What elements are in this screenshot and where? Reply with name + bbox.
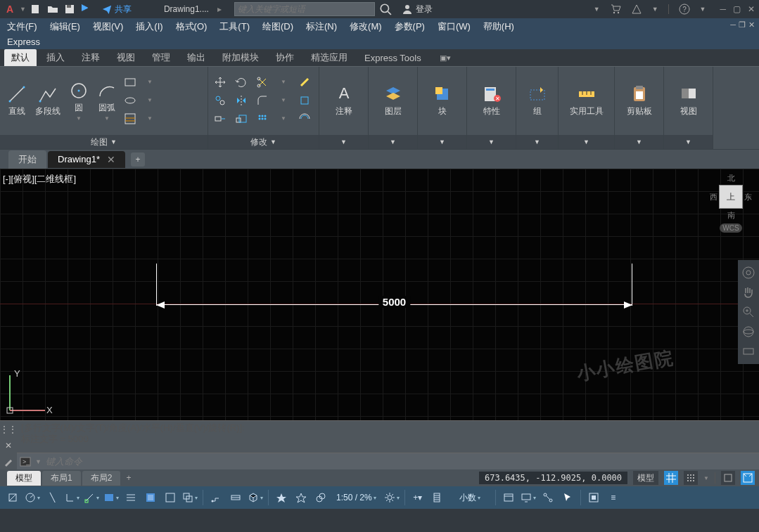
tab-start[interactable]: 开始 [8, 150, 46, 169]
login-drop-icon[interactable]: ▼ [594, 6, 600, 13]
trim-drop[interactable]: ▼ [276, 74, 291, 90]
panel-props[interactable]: ✕特性 ▼ [467, 67, 516, 149]
array-drop[interactable]: ▼ [276, 111, 291, 126]
rotate-icon[interactable] [234, 74, 249, 90]
sb-3d-icon[interactable] [247, 490, 264, 505]
autodesk-icon[interactable] [631, 4, 642, 15]
doc-close-icon[interactable]: ✕ [748, 20, 755, 30]
cart-icon[interactable] [610, 4, 621, 15]
minimize-icon[interactable]: ─ [720, 4, 726, 14]
showmotion-icon[interactable] [741, 344, 755, 358]
cmd-grip-icon[interactable]: ⋮⋮ [0, 424, 17, 434]
menu-edit[interactable]: 编辑(E) [50, 20, 80, 33]
panel-layers[interactable]: 图层 ▼ [369, 67, 418, 149]
scale-icon[interactable] [234, 111, 249, 126]
erase-icon[interactable] [297, 74, 312, 90]
sb-sel-icon[interactable] [181, 490, 198, 505]
sb-ls1-icon[interactable] [122, 490, 139, 505]
fillet-drop[interactable]: ▼ [276, 93, 291, 108]
menu-window[interactable]: 窗口(W) [438, 20, 471, 33]
zoom-icon[interactable] [741, 305, 755, 319]
cmd-close-icon[interactable]: ✕ [5, 441, 12, 450]
sb-annoscale2-icon[interactable] [293, 490, 310, 505]
sb-annoscale3-icon[interactable] [312, 490, 329, 505]
sb-scale-label[interactable]: 1:50 / 2% [332, 490, 381, 505]
ribtab-view[interactable]: 视图 [110, 49, 142, 66]
rect-icon[interactable] [122, 74, 138, 90]
sb-iso-icon[interactable]: ╲ [44, 490, 60, 505]
app-logo[interactable]: A [4, 4, 15, 15]
ellipse-icon[interactable] [122, 93, 138, 108]
cmd-recent-icon[interactable]: ▼ [35, 458, 42, 465]
pan-icon[interactable] [741, 285, 755, 299]
ribtab-annotate[interactable]: 注释 [75, 49, 107, 66]
ribtab-express[interactable]: Express Tools [357, 51, 428, 65]
ellipse-drop-icon[interactable]: ▼ [142, 93, 158, 108]
qat-dropdown-icon[interactable]: ▼ [20, 6, 26, 13]
command-input[interactable] [46, 456, 756, 467]
layout-add-icon[interactable]: + [126, 473, 131, 483]
sb-ortho-icon[interactable] [63, 490, 80, 505]
panel-draw-label[interactable]: 绘图 ▼ [0, 135, 208, 149]
circle-button[interactable]: 圆▼ [65, 78, 93, 124]
menu-modify[interactable]: 修改(M) [350, 20, 382, 33]
drawing-area[interactable]: [-][俯视][二维线框] 5000 小小绘图院 Y X 北 西 上 东 南 W… [0, 169, 759, 420]
express-menu[interactable]: Express [0, 35, 759, 49]
maximize-icon[interactable]: ▢ [733, 4, 741, 14]
viewport-label[interactable]: [-][俯视][二维线框] [3, 173, 76, 186]
search-icon[interactable] [379, 3, 392, 15]
sb-dim1-icon[interactable] [227, 490, 244, 505]
sb-annoscale-icon[interactable] [273, 490, 290, 505]
orbit-icon[interactable] [741, 325, 755, 339]
panel-group[interactable]: 组 ▼ [516, 67, 559, 149]
cmd-config-icon[interactable] [4, 457, 13, 467]
close-icon[interactable]: ✕ [748, 4, 755, 14]
explode-icon[interactable] [297, 93, 312, 108]
trim-icon[interactable] [255, 74, 270, 90]
tab-add-button[interactable]: + [131, 153, 145, 167]
view-cube[interactable]: 北 西 上 东 南 WCS [710, 173, 752, 229]
sb-graph-icon[interactable] [540, 490, 556, 505]
tab-close-icon[interactable]: ✕ [107, 154, 115, 165]
saveas-icon[interactable]: ⯈ [81, 4, 92, 15]
sb-gear-icon[interactable] [383, 490, 400, 505]
sb-ls2-icon[interactable] [142, 490, 159, 505]
menu-draw[interactable]: 绘图(D) [262, 20, 293, 33]
menu-view[interactable]: 视图(V) [93, 20, 123, 33]
hatch-icon[interactable] [122, 111, 138, 126]
hatch-drop-icon[interactable]: ▼ [142, 111, 158, 126]
sb-clean-icon[interactable] [585, 490, 602, 505]
share-button[interactable]: 共享 [102, 4, 132, 15]
menu-file[interactable]: 文件(F) [7, 20, 37, 33]
ribtab-insert[interactable]: 插入 [39, 49, 72, 66]
menu-insert[interactable]: 插入(I) [136, 20, 162, 33]
panel-view[interactable]: 视图 ▼ [664, 67, 713, 149]
panel-block[interactable]: 块 ▼ [418, 67, 467, 149]
doc-restore-icon[interactable]: ❐ [739, 20, 746, 30]
menu-help[interactable]: 帮助(H) [483, 20, 514, 33]
layout-1[interactable]: 布局1 [42, 471, 81, 486]
ribbon-collapse-icon[interactable]: ▣▾ [440, 53, 451, 63]
rect-drop-icon[interactable]: ▼ [142, 74, 158, 90]
sb-dyn-icon[interactable] [208, 490, 224, 505]
fillet-icon[interactable] [255, 93, 270, 108]
array-icon[interactable] [255, 111, 270, 126]
help-icon[interactable]: ? [679, 4, 690, 15]
sb-tpy-icon[interactable] [162, 490, 179, 505]
ribtab-default[interactable]: 默认 [4, 49, 37, 66]
status-max-toggle[interactable] [741, 471, 755, 485]
arc-button[interactable]: 圆弧▼ [93, 78, 121, 124]
layout-model[interactable]: 模型 [7, 471, 41, 486]
save-icon[interactable] [64, 4, 75, 15]
login-button[interactable]: 登录 [402, 4, 433, 15]
panel-clipboard[interactable]: 剪贴板 ▼ [615, 67, 664, 149]
panel-annotate[interactable]: A注释 ▼ [319, 67, 369, 149]
tab-drawing1[interactable]: Drawing1*✕ [48, 151, 125, 168]
sb-qv-icon[interactable] [500, 490, 517, 505]
stretch-icon[interactable] [212, 111, 228, 126]
navwheel-icon[interactable] [741, 266, 755, 280]
wcs-label[interactable]: WCS [720, 223, 741, 233]
copy-icon[interactable] [212, 93, 228, 108]
sb-units-icon[interactable] [429, 490, 446, 505]
status-array-toggle[interactable] [684, 471, 698, 485]
